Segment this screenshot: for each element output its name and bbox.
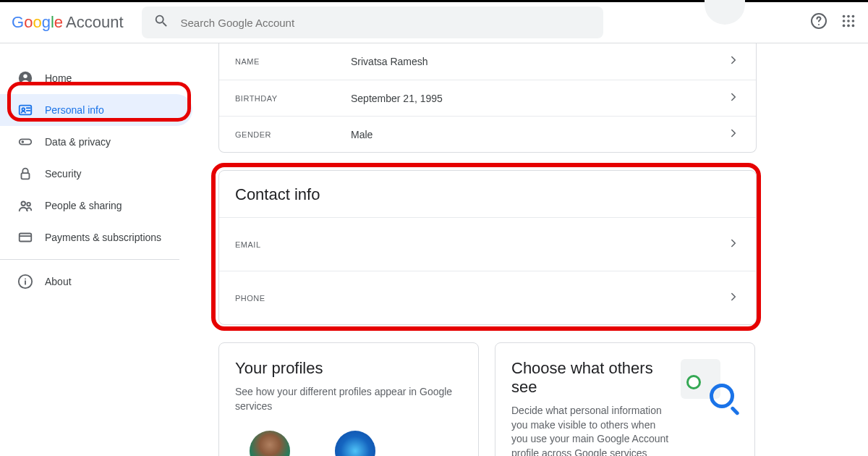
- svg-point-12: [23, 75, 27, 79]
- profile-avatar-1: [250, 431, 290, 456]
- search-input[interactable]: [181, 17, 592, 29]
- sidebar-item-security[interactable]: Security: [0, 158, 192, 190]
- illustration-privacy: [681, 359, 739, 417]
- svg-rect-15: [20, 139, 32, 144]
- svg-point-9: [847, 25, 850, 28]
- apps-grid-icon[interactable]: [841, 13, 856, 32]
- chevron-right-icon: [727, 237, 740, 253]
- sidebar-item-label: Payments & subscriptions: [45, 232, 161, 243]
- sidebar-item-label: About: [45, 276, 72, 287]
- google-logo: Google: [12, 13, 63, 32]
- svg-point-10: [852, 25, 855, 28]
- contact-info-title: Contact info: [219, 171, 756, 217]
- profiles-title: Your profiles: [235, 359, 462, 378]
- svg-point-6: [847, 20, 850, 22]
- svg-point-4: [852, 15, 855, 18]
- chevron-right-icon: [727, 54, 740, 69]
- sidebar-item-label: People & sharing: [45, 200, 122, 211]
- row-name[interactable]: NAME Srivatsa Ramesh: [219, 43, 756, 80]
- row-value: Srivatsa Ramesh: [351, 56, 727, 67]
- sidebar-item-about[interactable]: About: [0, 266, 192, 297]
- svg-point-3: [847, 15, 850, 18]
- row-label: EMAIL: [235, 240, 351, 249]
- people-icon: [17, 198, 33, 214]
- row-label: PHONE: [235, 294, 351, 303]
- svg-point-2: [843, 15, 846, 18]
- chevron-right-icon: [727, 290, 740, 306]
- svg-point-5: [843, 20, 846, 22]
- info-icon: [17, 274, 33, 290]
- sidebar-item-home[interactable]: Home: [0, 62, 192, 94]
- help-icon[interactable]: [810, 12, 827, 33]
- profiles-desc: See how your different profiles appear i…: [235, 385, 462, 413]
- svg-point-19: [27, 203, 30, 206]
- sidebar-item-people-sharing[interactable]: People & sharing: [0, 190, 192, 221]
- row-value: September 21, 1995: [351, 93, 727, 104]
- chevron-right-icon: [727, 90, 740, 106]
- row-phone[interactable]: PHONE: [219, 271, 756, 324]
- toggle-icon: [17, 134, 33, 150]
- sidebar-item-data-privacy[interactable]: Data & privacy: [0, 126, 192, 158]
- sidebar-item-label: Home: [45, 72, 72, 84]
- svg-rect-17: [22, 173, 30, 179]
- others-title: Choose what others see: [511, 359, 671, 397]
- row-gender[interactable]: GENDER Male: [219, 116, 756, 152]
- product-name: Account: [66, 13, 124, 32]
- svg-point-18: [22, 202, 26, 206]
- others-desc: Decide what personal information you mak…: [511, 404, 671, 456]
- svg-point-16: [22, 140, 25, 143]
- row-label: BIRTHDAY: [235, 94, 351, 103]
- sidebar-item-label: Data & privacy: [45, 136, 111, 148]
- svg-point-7: [852, 20, 855, 22]
- contact-info-card: Contact info EMAIL PHONE: [218, 170, 757, 325]
- card-icon: [17, 229, 33, 245]
- sidebar-item-personal-info[interactable]: Personal info: [0, 94, 192, 126]
- svg-point-14: [22, 108, 25, 111]
- svg-point-1: [818, 24, 820, 25]
- choose-others-see-card[interactable]: Choose what others see Decide what perso…: [495, 342, 755, 456]
- search-box[interactable]: [142, 7, 603, 38]
- sidebar: Home Personal info Data & privacy Securi…: [0, 43, 203, 456]
- basic-info-card: NAME Srivatsa Ramesh BIRTHDAY September …: [218, 43, 757, 153]
- svg-rect-20: [20, 234, 32, 242]
- row-email[interactable]: EMAIL: [219, 217, 756, 271]
- id-card-icon: [17, 102, 33, 118]
- sidebar-item-label: Personal info: [45, 104, 104, 116]
- divider: [0, 259, 179, 260]
- main-content: NAME Srivatsa Ramesh BIRTHDAY September …: [203, 43, 868, 456]
- your-profiles-card[interactable]: Your profiles See how your different pro…: [218, 342, 479, 456]
- sidebar-item-payments[interactable]: Payments & subscriptions: [0, 221, 192, 253]
- user-circle-icon: [17, 70, 33, 86]
- sidebar-item-label: Security: [45, 168, 82, 180]
- row-label: GENDER: [235, 130, 351, 139]
- search-icon: [153, 13, 169, 32]
- chevron-right-icon: [727, 127, 740, 143]
- row-label: NAME: [235, 57, 351, 66]
- profile-avatar-2: [335, 431, 375, 456]
- svg-point-8: [843, 25, 846, 28]
- row-birthday[interactable]: BIRTHDAY September 21, 1995: [219, 80, 756, 116]
- logo[interactable]: Google Account: [12, 13, 124, 32]
- lock-icon: [17, 166, 33, 182]
- row-value: Male: [351, 129, 727, 140]
